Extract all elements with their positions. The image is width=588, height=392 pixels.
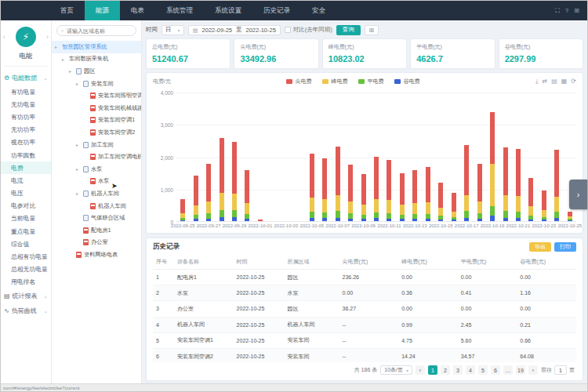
tree-node-加工车间[interactable]: ▸加工车间: [52, 139, 141, 151]
tree-node-安装车间机械线路电表[interactable]: 安装车间机械线路电表: [52, 102, 141, 114]
tree-caret-icon[interactable]: ▸: [76, 166, 81, 172]
chart-bar-2022-10-13[interactable]: [408, 93, 421, 221]
tree-node-机器人车间[interactable]: 机器人车间: [52, 200, 141, 212]
module-next-arrow[interactable]: ›: [46, 33, 49, 41]
chart-bar-2022-10-22[interactable]: [524, 93, 537, 221]
help-icon[interactable]: ?: [565, 7, 568, 14]
tree-node-办公室[interactable]: 办公室: [52, 237, 141, 249]
chart-bar-2022-10-08[interactable]: [344, 93, 357, 221]
sidebar-group-负荷曲线[interactable]: ∿负荷曲线⌄: [1, 303, 51, 318]
chart-bar-2022-10-16[interactable]: [448, 93, 460, 221]
tree-node-水泵[interactable]: ▸水泵: [52, 163, 141, 176]
sidebar-item-有功功率[interactable]: 有功功率: [1, 111, 51, 123]
nav-tab-电表[interactable]: 电表: [120, 1, 155, 20]
sidebar-item-用电排名[interactable]: 用电排名: [1, 276, 51, 289]
nav-tab-历史记录[interactable]: 历史记录: [252, 1, 301, 20]
energy-module-icon[interactable]: ⚡: [16, 27, 36, 47]
sidebar-item-当前电量[interactable]: 当前电量: [1, 212, 51, 225]
page-size-select[interactable]: 10条/页 ▾: [380, 365, 412, 375]
prev-page-button[interactable]: ‹: [416, 365, 425, 375]
jump-page-input[interactable]: [554, 365, 567, 375]
chart-bar-2022-10-10[interactable]: [370, 93, 383, 221]
nav-tab-能源[interactable]: 能源: [85, 1, 120, 20]
chart-bar-2022-10-03[interactable]: [280, 93, 292, 221]
chart-bar-2022-09-29[interactable]: [228, 93, 241, 221]
sidebar-group-电能数据[interactable]: ⚙电能数据⌄: [1, 71, 51, 85]
tree-node-安装车间照明空调电表[interactable]: 安装车间照明空调电表: [52, 89, 141, 102]
sidebar-item-功率因数[interactable]: 功率因数: [1, 149, 51, 162]
nav-tab-系统设置[interactable]: 系统设置: [204, 1, 252, 20]
tree-search-input[interactable]: [67, 28, 132, 34]
tree-node-安装车间[interactable]: ▸安装车间: [52, 78, 141, 90]
data-view-icon[interactable]: ▤: [551, 78, 557, 85]
page-button-5[interactable]: 5: [478, 365, 488, 375]
chart-bar-2022-10-01[interactable]: [254, 93, 267, 221]
chart-bar-2022-09-27[interactable]: [202, 93, 215, 221]
page-button-3[interactable]: 3: [453, 365, 463, 375]
chart-bar-2022-10-17[interactable]: [460, 93, 473, 221]
chart-switch-icon[interactable]: ⇄: [542, 78, 547, 85]
chart-bar-2022-09-26[interactable]: [189, 93, 201, 221]
chart-bar-2022-10-23[interactable]: [538, 93, 550, 221]
chart-bar-2022-10-04[interactable]: [292, 93, 305, 221]
tree-node-资料网络电表[interactable]: 资料网络电表: [52, 249, 141, 261]
compare-checkbox[interactable]: 对比(去年同期): [285, 26, 332, 34]
tree-node-园区[interactable]: ▸园区: [52, 65, 141, 78]
legend-item-平电费[interactable]: 平电费: [358, 78, 383, 85]
fullscreen-icon[interactable]: ⛶: [555, 7, 560, 15]
print-button[interactable]: 打印: [554, 242, 576, 252]
page-button-1[interactable]: 1: [428, 365, 437, 375]
download-icon[interactable]: ⤓: [535, 78, 539, 85]
tree-search-box[interactable]: ⌕: [56, 25, 136, 36]
sidebar-item-电参对比[interactable]: 电参对比: [1, 200, 51, 212]
tree-node-安装车间空调2[interactable]: 安装车间空调2: [52, 126, 141, 139]
page-button-4[interactable]: 4: [466, 365, 475, 375]
tree-node-机器人车间[interactable]: ▸机器人车间: [52, 187, 141, 200]
tree-caret-icon[interactable]: ▸: [76, 191, 81, 196]
sidebar-item-总相无功电量[interactable]: 总相无功电量: [1, 263, 51, 276]
legend-item-谷电费[interactable]: 谷电费: [394, 78, 419, 85]
legend-item-峰电费[interactable]: 峰电费: [322, 78, 347, 85]
chart-bar-2022-10-18[interactable]: [473, 93, 485, 221]
tree-node-配电房1[interactable]: 配电房1: [52, 224, 141, 237]
query-button[interactable]: 查询: [336, 25, 361, 35]
nav-tab-系统管理[interactable]: 系统管理: [155, 1, 204, 20]
checkbox-icon[interactable]: [285, 27, 291, 33]
sidebar-item-综合值[interactable]: 综合值: [1, 238, 51, 250]
tree-node-安装车间空调1[interactable]: 安装车间空调1: [52, 114, 141, 127]
chart-bar-2022-10-09[interactable]: [357, 93, 369, 221]
date-end[interactable]: 2022-10-25: [245, 27, 275, 34]
chart-bar-2022-10-07[interactable]: [331, 93, 343, 221]
chart-bar-2022-09-28[interactable]: [215, 93, 227, 221]
tree-node-气体联合区域[interactable]: 气体联合区域: [52, 212, 141, 224]
module-prev-arrow[interactable]: ‹: [3, 33, 5, 41]
tree-node-车间数据采集机[interactable]: ▸车间数据采集机: [52, 53, 141, 66]
sidebar-item-电压[interactable]: 电压: [1, 187, 51, 200]
granularity-select[interactable]: 日 ▾: [162, 25, 184, 35]
sidebar-item-重点电量[interactable]: 重点电量: [1, 225, 51, 238]
nav-tab-首页[interactable]: 首页: [49, 1, 85, 20]
chart-bar-2022-10-24[interactable]: [550, 93, 563, 221]
restore-icon[interactable]: ▦: [561, 78, 568, 85]
sidebar-item-视在功率[interactable]: 视在功率: [1, 136, 51, 149]
tree-node-智慧园区管理系统[interactable]: ▸智慧园区管理系统: [52, 41, 141, 53]
page-button-6[interactable]: 6: [491, 365, 500, 375]
tree-node-水泵[interactable]: 水泵: [52, 176, 141, 188]
sidebar-item-有功电量[interactable]: 有功电量: [1, 85, 51, 98]
chart-bar-2022-10-21[interactable]: [512, 93, 524, 221]
tree-caret-icon[interactable]: ▸: [76, 81, 81, 86]
tree-caret-icon[interactable]: ▸: [76, 142, 81, 147]
chart-bar-2022-10-14[interactable]: [422, 93, 434, 221]
sidebar-item-电费[interactable]: 电费: [1, 162, 51, 174]
expand-panel-button[interactable]: ›: [569, 180, 587, 209]
date-start[interactable]: 2022-09-25: [202, 27, 232, 34]
tree-node-加工车间空调电机[interactable]: 加工车间空调电机: [52, 151, 141, 163]
sidebar-item-无功功率[interactable]: 无功功率: [1, 124, 51, 136]
chart-bar-2022-10-20[interactable]: [499, 93, 511, 221]
chart-bar-2022-10-19[interactable]: [486, 93, 499, 221]
tree-caret-icon[interactable]: ▸: [55, 44, 60, 49]
view-toggle-button[interactable]: ⊞: [365, 25, 379, 35]
save-image-icon[interactable]: ⟳: [571, 78, 576, 85]
sidebar-group-统计报表[interactable]: ▤统计报表⌄: [1, 289, 51, 303]
sidebar-item-无功电量[interactable]: 无功电量: [1, 98, 51, 111]
